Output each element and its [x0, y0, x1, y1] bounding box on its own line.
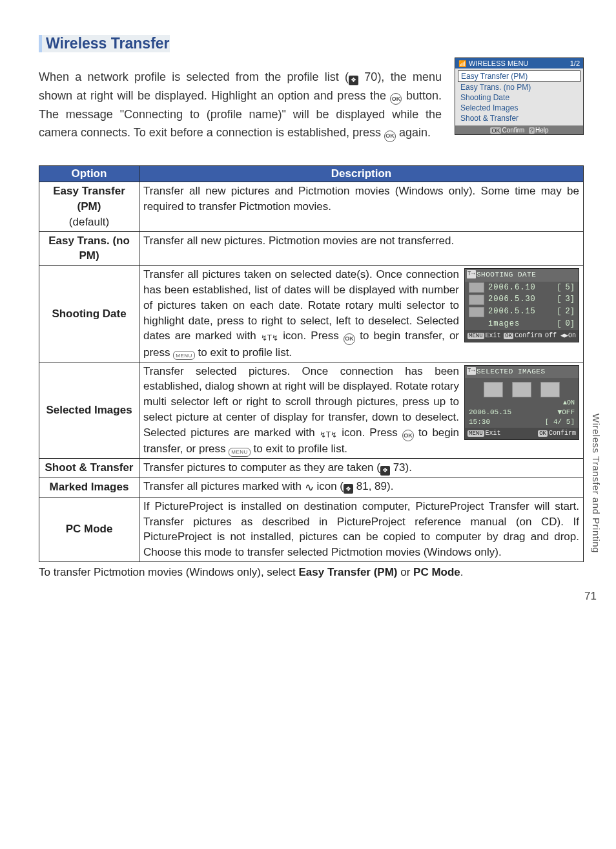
menu-item: Shooting Date [458, 92, 580, 103]
date-row: images[0] [465, 318, 579, 330]
on-label: On [568, 332, 576, 339]
col-header-description: Description [139, 166, 584, 182]
option-name: Shoot & Transfer [39, 459, 139, 477]
text: or [398, 566, 414, 578]
table-row: Shoot & Transfer Transfer pictures to co… [39, 459, 584, 477]
meta-row: 15:30 [ 4/ 5] [465, 417, 579, 427]
onoff-hints: ▲ON [465, 399, 579, 408]
text: icon ( [314, 480, 344, 492]
option-description: Transfer all pictures marked with ∿ icon… [139, 477, 584, 497]
menu-chip-icon: MENU [467, 333, 484, 339]
option-name: Easy Trans. (no PM) [39, 231, 139, 266]
text: Transfer pictures to computer as they ar… [143, 461, 380, 474]
thumbnails-row [465, 378, 579, 399]
table-row: Easy Transfer (PM) (default) Transfer al… [39, 182, 584, 231]
inset-title: SELECTED IMAGES [465, 366, 579, 378]
option-description: Transfer all pictures taken on selected … [139, 266, 584, 362]
text: Transfer selected pictures. Once connect… [143, 365, 459, 439]
transfer-mark-icon: ↯T↯ [261, 333, 278, 344]
date-label: 2006.6.10 [488, 282, 553, 293]
option-name: Marked Images [39, 477, 139, 497]
bold-option: Easy Transfer (PM) [298, 566, 397, 578]
bold-option: PC Mode [413, 566, 460, 578]
table-row: PC Mode If PictureProject is installed o… [39, 497, 584, 561]
menu-list: Easy Transfer (PM) Easy Trans. (no PM) S… [455, 68, 583, 125]
confirm-label: Confirm [502, 127, 524, 134]
chapter-side-tab: Wireless Transfer and Printing [591, 414, 602, 553]
exit-label: Exit [486, 430, 501, 437]
intro-row: When a network profile is selected from … [39, 56, 584, 154]
text: When a network profile is selected from … [39, 70, 349, 83]
thumbnail-icon [469, 282, 484, 293]
thumbnail-icon [469, 307, 484, 317]
count-value: 5] [566, 282, 575, 293]
off-hint: ▼OFF [558, 408, 575, 417]
page-ref: 70 [364, 70, 377, 83]
text: To transfer Pictmotion movies (Windows o… [39, 566, 298, 578]
images-label: images [488, 319, 553, 330]
selected-images-screenshot: SELECTED IMAGES ▲ON 2006.05.15 ▼O [464, 365, 579, 440]
off-label: Off [545, 332, 557, 339]
count-value: 2] [566, 306, 575, 317]
option-description: Transfer selected pictures. Once connect… [139, 362, 584, 458]
date-value: 2006.05.15 [469, 408, 511, 417]
text: Transfer all pictures marked with [143, 480, 305, 492]
inset-footer: MENUExit OKConfirm Off ◀▶On [465, 330, 579, 342]
antenna-icon: 📶 [458, 60, 466, 67]
text: icon. Press [337, 426, 402, 439]
counter-value: [ 4/ 5] [545, 417, 575, 427]
menu-footer: OKConfirm ?Help [455, 125, 583, 134]
table-row: Selected Images Transfer selected pictur… [39, 362, 584, 458]
menu-button-icon: MENU [229, 448, 251, 457]
text: . [460, 566, 464, 578]
exit-label: Exit [486, 332, 501, 339]
option-description: Transfer all new pictures. Pictmotion mo… [139, 231, 584, 266]
text: again. [396, 126, 431, 139]
thumbnail-icon [484, 382, 503, 397]
page-number: 71 [584, 590, 597, 603]
cross-ref-icon: ❖ [380, 466, 390, 476]
thumbnail-icon [540, 382, 560, 397]
footnote-paragraph: To transfer Pictmotion movies (Windows o… [39, 566, 584, 579]
menu-item: Selected Images [458, 103, 580, 113]
col-header-option: Option [39, 166, 139, 182]
page-ref: 73 [393, 461, 406, 474]
text: ). [406, 461, 412, 474]
option-name: Selected Images [39, 362, 139, 458]
on-hint: ▲ON [563, 399, 575, 408]
date-label: 2006.5.30 [488, 294, 553, 305]
date-row: 2006.5.15[2] [465, 306, 579, 318]
menu-button-icon: MENU [173, 351, 195, 360]
text: to exit to profile list. [195, 346, 292, 359]
text: to exit to profile list. [251, 443, 347, 455]
option-name: Easy Transfer (PM) (default) [39, 182, 139, 231]
text: ). [387, 480, 393, 492]
options-table: Option Description Easy Transfer (PM) (d… [39, 165, 584, 562]
ok-button-icon: OK [344, 333, 355, 345]
option-name: PC Mode [39, 497, 139, 561]
confirm-label: Confirm [549, 430, 576, 437]
option-description: If PictureProject is installed on destin… [139, 497, 584, 561]
table-row: Shooting Date Transfer all pictures take… [39, 266, 584, 362]
ok-button-icon: OK [390, 93, 402, 105]
shooting-date-screenshot: SHOOTING DATE 2006.6.10[5] 2006.5.30[3] … [464, 268, 579, 342]
count-value: 3] [566, 294, 575, 305]
transfer-mark-icon: ↯T↯ [320, 430, 337, 441]
date-label: 2006.5.15 [488, 306, 553, 317]
meta-row: 2006.05.15 ▼OFF [465, 408, 579, 417]
confirm-label: Confirm [515, 332, 542, 339]
option-name: Shooting Date [39, 266, 139, 362]
menu-title: WIRELESS MENU [469, 59, 528, 67]
menu-chip-icon: MENU [467, 430, 484, 437]
time-value: 15:30 [469, 417, 490, 427]
text: icon. Press [278, 330, 344, 342]
help-chip-icon: ? [529, 127, 535, 134]
table-row: Easy Trans. (no PM) Transfer all new pic… [39, 231, 584, 266]
section-heading: Wireless Transfer [39, 35, 170, 52]
ok-button-icon: OK [402, 430, 414, 441]
thumbnail-icon [512, 382, 531, 397]
transfer-wave-icon: ∿ [305, 480, 314, 496]
ok-button-icon: OK [384, 131, 396, 142]
help-label: Help [535, 127, 549, 134]
table-row: Marked Images Transfer all pictures mark… [39, 477, 584, 497]
